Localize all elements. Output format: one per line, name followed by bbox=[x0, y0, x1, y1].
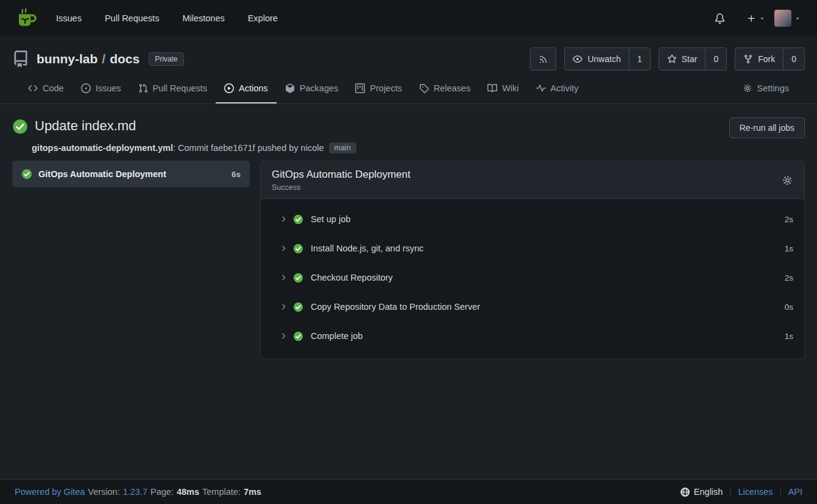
run-subtitle: gitops-automatic-deployment.yml: Commit … bbox=[32, 142, 805, 153]
chevron-right-icon bbox=[279, 215, 288, 223]
branch-badge[interactable]: main bbox=[329, 142, 356, 153]
star-icon bbox=[667, 54, 677, 64]
check-circle-icon bbox=[293, 273, 303, 283]
triangle-down-icon bbox=[794, 15, 801, 22]
rss-button[interactable] bbox=[530, 47, 556, 71]
template-time-value: 7ms bbox=[244, 487, 261, 497]
step-name: Set up job bbox=[311, 214, 350, 224]
step-row[interactable]: Copy Repository Data to Production Serve… bbox=[261, 292, 804, 321]
powered-by-gitea-link[interactable]: Powered by Gitea bbox=[15, 487, 85, 497]
repo-separator: / bbox=[102, 52, 105, 66]
step-duration: 2s bbox=[785, 273, 793, 282]
job-panel-title: GitOps Automatic Deployment bbox=[272, 169, 411, 181]
nav-link-pull-requests[interactable]: Pull Requests bbox=[105, 13, 159, 23]
code-icon bbox=[28, 83, 38, 93]
workflow-file-link[interactable]: gitops-automatic-deployment.yml bbox=[32, 143, 173, 153]
fork-count[interactable]: 0 bbox=[783, 48, 804, 70]
rerun-all-jobs-button[interactable]: Re-run all jobs bbox=[729, 117, 805, 138]
footer-divider bbox=[780, 488, 781, 497]
step-name: Install Node.js, git, and rsync bbox=[311, 243, 423, 253]
run-body: GitOps Automatic Deployment 6s GitOps Au… bbox=[0, 153, 817, 479]
repo-name-link[interactable]: docs bbox=[110, 52, 140, 66]
chevron-right-icon bbox=[279, 303, 288, 311]
run-success-check-icon bbox=[12, 117, 28, 135]
run-title: Update index.md bbox=[35, 117, 136, 135]
step-duration: 1s bbox=[785, 244, 793, 253]
footer-divider bbox=[730, 488, 730, 497]
tab-wiki[interactable]: Wiki bbox=[479, 74, 527, 103]
repo-tabs: Code Issues Pull Requests Actions Packag… bbox=[12, 74, 805, 103]
private-badge: Private bbox=[149, 52, 183, 66]
issue-opened-icon bbox=[81, 83, 91, 93]
page-footer: Powered by Gitea Version: 1.23.7 Page: 4… bbox=[0, 479, 817, 504]
unwatch-button[interactable]: Unwatch bbox=[565, 48, 628, 70]
nav-link-issues[interactable]: Issues bbox=[56, 13, 82, 23]
project-icon bbox=[355, 83, 365, 93]
steps-list: Set up job 2s Install Node.js, git, and … bbox=[261, 199, 804, 359]
tab-pull-requests[interactable]: Pull Requests bbox=[130, 74, 216, 103]
tab-releases[interactable]: Releases bbox=[411, 74, 479, 103]
nav-link-milestones[interactable]: Milestones bbox=[182, 13, 224, 23]
git-fork-icon bbox=[743, 54, 753, 64]
language-selector[interactable]: English bbox=[681, 487, 723, 497]
step-duration: 0s bbox=[785, 303, 793, 312]
check-circle-icon bbox=[293, 331, 303, 341]
user-menu-button[interactable] bbox=[774, 10, 801, 27]
chevron-right-icon bbox=[279, 244, 288, 253]
book-icon bbox=[487, 83, 497, 93]
step-row[interactable]: Complete job 1s bbox=[261, 321, 804, 351]
job-options-gear-icon[interactable] bbox=[782, 175, 793, 186]
job-item[interactable]: GitOps Automatic Deployment 6s bbox=[12, 161, 250, 187]
job-log-panel: GitOps Automatic Deployment Success Set … bbox=[260, 161, 805, 359]
watch-button-group: Unwatch 1 bbox=[564, 47, 650, 71]
tab-activity[interactable]: Activity bbox=[528, 74, 587, 103]
run-header-section: Update index.md Re-run all jobs gitops-a… bbox=[0, 104, 817, 153]
tab-actions[interactable]: Actions bbox=[216, 74, 277, 103]
job-status-text: Success bbox=[272, 183, 411, 192]
repo-owner-link[interactable]: bunny-lab bbox=[37, 52, 97, 66]
job-duration: 6s bbox=[232, 170, 241, 179]
check-circle-icon bbox=[293, 243, 303, 254]
step-name: Checkout Repository bbox=[311, 273, 393, 282]
tab-packages[interactable]: Packages bbox=[277, 74, 347, 103]
check-circle-icon bbox=[21, 169, 32, 180]
play-circle-icon bbox=[224, 83, 234, 93]
repo-header: bunny-lab / docs Private Unwatch 1 Star … bbox=[0, 37, 817, 104]
step-row[interactable]: Install Node.js, git, and rsync 1s bbox=[261, 234, 804, 263]
rss-icon bbox=[539, 55, 548, 64]
fork-button[interactable]: Fork bbox=[735, 48, 783, 70]
chevron-right-icon bbox=[279, 273, 288, 282]
gitea-logo[interactable] bbox=[16, 7, 38, 29]
page-time-value: 48ms bbox=[177, 487, 199, 497]
licenses-link[interactable]: Licenses bbox=[738, 487, 773, 497]
repo-icon bbox=[12, 51, 29, 68]
user-avatar bbox=[774, 10, 791, 27]
check-circle-icon bbox=[293, 302, 303, 312]
version-label: Version: bbox=[88, 487, 119, 497]
step-name: Complete job bbox=[311, 331, 363, 341]
step-row[interactable]: Set up job 2s bbox=[261, 205, 804, 234]
star-button[interactable]: Star bbox=[659, 48, 706, 70]
gear-icon bbox=[743, 83, 752, 93]
tab-settings[interactable]: Settings bbox=[734, 74, 798, 103]
job-panel-header: GitOps Automatic Deployment Success bbox=[261, 161, 804, 199]
nav-link-explore[interactable]: Explore bbox=[248, 13, 278, 23]
commit-info-text: : Commit faebe1671f pushed by nicole bbox=[173, 143, 324, 153]
step-row[interactable]: Checkout Repository 2s bbox=[261, 263, 804, 292]
watch-count[interactable]: 1 bbox=[629, 48, 650, 70]
jobs-sidebar: GitOps Automatic Deployment 6s bbox=[12, 161, 250, 187]
page-time-label: Page: bbox=[150, 487, 174, 497]
tab-projects[interactable]: Projects bbox=[347, 74, 410, 103]
tab-issues[interactable]: Issues bbox=[73, 74, 130, 103]
version-value-link[interactable]: 1.23.7 bbox=[123, 487, 147, 497]
create-new-button[interactable] bbox=[747, 14, 766, 23]
star-button-group: Star 0 bbox=[659, 47, 727, 71]
job-name: GitOps Automatic Deployment bbox=[38, 169, 166, 179]
star-count[interactable]: 0 bbox=[705, 48, 726, 70]
chevron-right-icon bbox=[279, 332, 288, 340]
notifications-bell-icon[interactable] bbox=[715, 13, 725, 24]
check-circle-icon bbox=[293, 214, 303, 225]
tab-code[interactable]: Code bbox=[19, 74, 73, 103]
api-link[interactable]: API bbox=[788, 487, 802, 497]
step-name: Copy Repository Data to Production Serve… bbox=[311, 302, 480, 312]
